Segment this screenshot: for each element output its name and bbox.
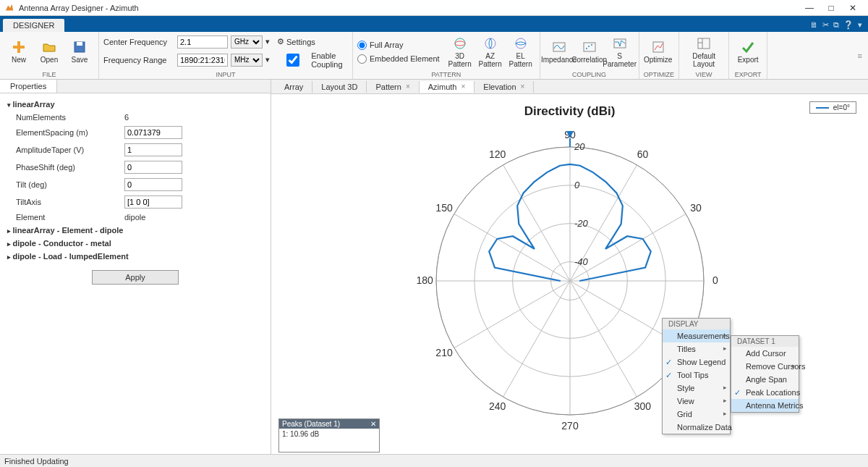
status-text: Finished Updating — [4, 457, 69, 466]
peaks-window[interactable]: Peaks (Dataset 1)✕ 1: 10.96 dB — [278, 418, 380, 453]
new-button[interactable]: New — [4, 38, 33, 65]
apply-button[interactable]: Apply — [92, 270, 179, 285]
ribbon-collapse-icon[interactable]: ▾ — [858, 20, 862, 30]
prop-row-amplitudetaper: AmplitudeTaper (V) — [7, 141, 263, 159]
coupling-group-label: COUPLING — [545, 70, 634, 79]
ctx-item-peak-locations[interactable]: ✓Peak Locations — [731, 386, 799, 399]
az-pattern-button[interactable]: AZ Pattern — [476, 35, 505, 70]
freq-range-unit-select[interactable]: MHz — [231, 54, 263, 67]
ctx-display-header: DISPLAY — [663, 319, 730, 329]
status-bar: Finished Updating — [0, 454, 868, 467]
toolstrip-file-group: New Open Save FILE — [0, 32, 99, 79]
enable-coupling-checkbox[interactable]: Enable Coupling — [277, 51, 348, 69]
full-array-radio[interactable]: Full Array — [357, 41, 440, 50]
doc-tab-elevation[interactable]: Elevation× — [475, 81, 534, 93]
prop-row-elementspacing: ElementSpacing (m) — [7, 124, 263, 141]
ctx-item-grid[interactable]: Grid▸ — [663, 408, 730, 421]
section-element-dipole[interactable]: linearArray - Element - dipole — [7, 224, 263, 237]
ctx-item-style[interactable]: Style▸ — [663, 382, 730, 395]
ctx-item-antenna-metrics[interactable]: Antenna Metrics — [731, 399, 799, 412]
ctx-item-angle-span[interactable]: Angle Span — [731, 373, 799, 386]
svg-text:270: 270 — [561, 420, 579, 432]
context-menu-display[interactable]: DISPLAY Measurements▸Titles▸✓Show Legend… — [662, 318, 731, 434]
doc-tab-azimuth[interactable]: Azimuth× — [420, 81, 475, 93]
ribbon-help-cut-icon[interactable]: ✂ — [822, 20, 829, 30]
impedance-button[interactable]: Impedance — [545, 38, 574, 65]
settings-label: Settings — [286, 38, 315, 46]
close-icon[interactable]: × — [406, 83, 410, 91]
phaseshift-input[interactable] — [124, 161, 182, 174]
svg-text:0: 0 — [574, 180, 580, 190]
folder-open-icon — [42, 40, 56, 54]
el-pattern-button[interactable]: EL Pattern — [506, 35, 535, 70]
tiltaxis-label: TiltAxis — [16, 198, 124, 206]
toolstrip: New Open Save FILE Center Frequency GHz … — [0, 32, 868, 80]
correlation-button[interactable]: Correlation — [575, 38, 604, 65]
gear-icon: ⚙ — [277, 37, 284, 46]
3d-pattern-icon — [453, 36, 467, 51]
svg-rect-9 — [584, 43, 595, 51]
toolstrip-collapse-icon[interactable]: ≡ — [858, 32, 868, 79]
chevron-right-icon: ▸ — [723, 384, 727, 391]
freq-range-label: Frequency Range — [103, 56, 174, 64]
sparameter-button[interactable]: S Parameter — [605, 35, 634, 70]
check-icon: ✓ — [665, 371, 672, 380]
section-load[interactable]: dipole - Load - lumpedElement — [7, 250, 263, 263]
close-button[interactable]: ✕ — [842, 0, 864, 16]
optimize-button[interactable]: Optimize — [644, 38, 673, 65]
close-icon[interactable]: × — [461, 83, 466, 91]
prop-row-phaseshift: PhaseShift (deg) — [7, 159, 263, 176]
ctx-item-normalize-data[interactable]: Normalize Data — [663, 421, 730, 434]
ctx-item-remove-cursors[interactable]: Remove Cursors▸ — [731, 360, 799, 373]
center-freq-unit-select[interactable]: GHz — [231, 35, 263, 49]
section-linearArray[interactable]: linearArray — [7, 98, 263, 111]
ctx-item-add-cursor[interactable]: Add Cursor — [731, 347, 799, 360]
elementspacing-input[interactable] — [124, 126, 182, 139]
svg-text:300: 300 — [634, 400, 651, 412]
ribbon-help-whatsthis-icon[interactable]: ❔ — [843, 20, 854, 30]
elementspacing-label: ElementSpacing (m) — [16, 128, 124, 137]
save-label: Save — [72, 56, 88, 64]
ribbon-help-doc-icon[interactable]: 🗎 — [810, 20, 818, 30]
ctx-item-measurements[interactable]: Measurements▸ — [663, 329, 730, 342]
minimize-button[interactable]: — — [799, 0, 820, 16]
doc-tab-pattern[interactable]: Pattern× — [367, 81, 419, 93]
save-button[interactable]: Save — [65, 38, 94, 65]
open-button[interactable]: Open — [35, 38, 64, 65]
amplitudetaper-input[interactable] — [124, 143, 182, 156]
toolstrip-input-group: Center Frequency GHz ▾ ⚙Settings Frequen… — [99, 32, 353, 79]
embedded-element-radio[interactable]: Embedded Element — [357, 54, 440, 64]
svg-line-31 — [503, 165, 570, 281]
plot-title: Directivity (dBi) — [524, 104, 616, 119]
center-freq-input[interactable] — [177, 35, 228, 49]
impedance-icon — [552, 40, 566, 54]
open-label: Open — [41, 56, 58, 64]
properties-tab-row: Properties — [0, 80, 271, 93]
svg-point-4 — [455, 38, 465, 49]
close-icon[interactable]: × — [521, 83, 525, 91]
ribbon-tab-designer[interactable]: DESIGNER — [3, 19, 64, 32]
az-pattern-icon — [483, 36, 498, 51]
ctx-item-titles[interactable]: Titles▸ — [663, 342, 730, 355]
tiltaxis-input[interactable] — [124, 195, 182, 209]
ctx-item-show-legend[interactable]: ✓Show Legend — [663, 355, 730, 369]
peaks-close-icon[interactable]: ✕ — [370, 420, 376, 428]
default-layout-button[interactable]: Default Layout — [684, 35, 724, 70]
svg-text:30: 30 — [690, 202, 702, 214]
doc-tab-array[interactable]: Array — [276, 81, 312, 93]
doc-tab-layout-3d[interactable]: Layout 3D — [312, 81, 367, 93]
export-button[interactable]: Export — [733, 38, 762, 65]
el-pattern-icon — [514, 36, 528, 51]
ribbon-help-copy-icon[interactable]: ⧉ — [833, 20, 839, 30]
3d-pattern-button[interactable]: 3D Pattern — [446, 35, 475, 70]
section-conductor[interactable]: dipole - Conductor - metal — [7, 237, 263, 250]
context-menu-dataset[interactable]: DATASET 1 Add CursorRemove Cursors▸Angle… — [731, 335, 799, 413]
maximize-button[interactable]: □ — [820, 0, 842, 16]
ctx-item-tool-tips[interactable]: ✓Tool Tips — [663, 369, 730, 382]
properties-tab[interactable]: Properties — [0, 80, 57, 93]
tilt-input[interactable] — [124, 178, 182, 191]
freq-range-input[interactable] — [177, 54, 228, 67]
ctx-item-view[interactable]: View▸ — [663, 395, 730, 408]
ctx-dataset-header: DATASET 1 — [731, 336, 799, 347]
settings-button[interactable]: ⚙Settings — [277, 37, 315, 46]
